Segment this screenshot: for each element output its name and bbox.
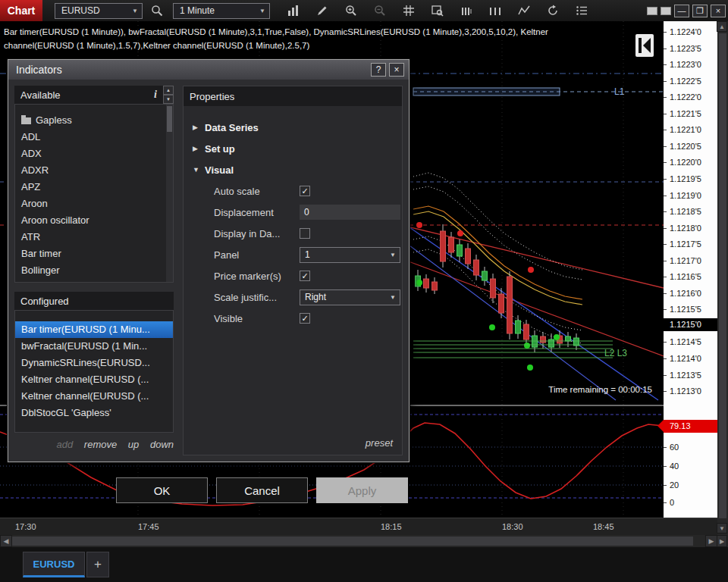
zoom-out-icon[interactable] [373, 4, 387, 17]
configured-item[interactable]: DynamicSRLines(EURUSD... [15, 355, 173, 371]
dropdown-select[interactable]: Right▼ [300, 289, 400, 305]
price-scale-label: 1.1222'0 [664, 92, 717, 102]
dialog-close-button[interactable]: × [389, 63, 404, 77]
zoom-in-icon[interactable] [344, 4, 358, 17]
properties-panel: Properties ▶Data Series▶Set up▼VisualAut… [183, 86, 403, 455]
help-button[interactable]: ? [371, 63, 386, 77]
price-scale-label: 1.1223'0 [664, 59, 717, 70]
dropdown-select[interactable]: 1▼ [300, 247, 400, 263]
toolbar-icons [287, 4, 588, 17]
available-item[interactable]: Gapless [15, 112, 173, 129]
scroll-down-icon[interactable]: ▼ [717, 523, 727, 534]
apply-button[interactable]: Apply [316, 477, 408, 503]
available-list-scrollbar[interactable] [166, 105, 173, 282]
maximize-button[interactable]: ❐ [692, 5, 708, 17]
price-scale[interactable]: 1.1224'01.1223'51.1223'01.1222'51.1222'0… [664, 21, 717, 518]
info-icon[interactable]: i [154, 89, 157, 101]
scroll-up-icon[interactable]: ▲ [717, 21, 727, 32]
configured-item[interactable]: DblStocGL 'Gapless' [15, 405, 173, 421]
property-group-visual[interactable]: ▼Visual [184, 159, 402, 180]
vertical-scroll-thumb[interactable] [719, 33, 726, 518]
search-icon[interactable] [150, 4, 164, 17]
list-icon[interactable] [575, 4, 588, 17]
spinner-up-icon[interactable]: ▲ [163, 86, 174, 95]
checkbox-checked[interactable]: ✓ [300, 313, 310, 324]
cancel-button[interactable]: Cancel [216, 477, 308, 503]
dialog-title-bar[interactable]: Indicators ? × [8, 60, 409, 80]
available-item-label: ADXR [21, 162, 49, 179]
property-row: Panel1▼ [184, 244, 402, 265]
close-button[interactable]: × [711, 5, 726, 17]
horizontal-scroll-thumb[interactable] [12, 537, 693, 546]
jump-to-start-icon[interactable] [635, 34, 654, 60]
down-link[interactable]: down [150, 439, 174, 450]
vertical-scrollbar[interactable]: ▲ ▼ ▶ [717, 21, 728, 547]
workspace-icon[interactable] [661, 7, 671, 15]
available-item[interactable]: Bollinger [15, 262, 173, 279]
available-item[interactable]: APZ [15, 179, 173, 196]
pencil-icon[interactable] [315, 4, 329, 17]
refresh-icon[interactable] [546, 4, 560, 17]
available-list-scroll-thumb[interactable] [167, 106, 172, 132]
scroll-left-icon[interactable]: ◀ [0, 535, 12, 547]
indicator-summary: Bar timer(EURUSD (1 Minute)), bwFractal(… [4, 25, 641, 52]
tab-eurusd[interactable]: EURUSD [23, 552, 85, 577]
add-tab-button[interactable]: + [86, 552, 109, 577]
chart-inspect-icon[interactable] [431, 4, 444, 17]
time-axis-label: 17:45 [138, 522, 159, 531]
remove-link[interactable]: remove [84, 439, 117, 450]
available-item[interactable]: Aroon oscillator [15, 212, 173, 229]
instrument-selector[interactable]: EURUSD ▼ [55, 3, 143, 19]
price-scale-label: 1.1217'0 [664, 255, 717, 266]
available-item-label: Bar timer [21, 246, 61, 262]
available-item[interactable]: ADXR [15, 162, 173, 179]
window-controls: — ❐ × [647, 5, 728, 17]
interval-selector[interactable]: 1 Minute ▼ [173, 3, 270, 19]
minimize-button[interactable]: — [674, 5, 689, 17]
text-input[interactable]: 0 [300, 205, 400, 220]
configured-item[interactable]: bwFractal(EURUSD (1 Min... [15, 338, 173, 355]
property-row: Auto scale✓ [184, 180, 402, 202]
bar-spacing-increase-icon[interactable] [488, 4, 502, 17]
preset-link[interactable]: preset [366, 437, 393, 449]
ok-button[interactable]: OK [116, 477, 208, 503]
time-axis[interactable]: 17:3017:4518:1518:3018:45 [0, 518, 717, 535]
level-label-l1: L1 [614, 86, 625, 97]
checkbox-checked[interactable]: ✓ [300, 186, 310, 196]
property-label: Scale justific... [214, 292, 300, 303]
configured-item[interactable]: Keltner channel(EURUSD (... [15, 371, 173, 388]
add-link[interactable]: add [57, 439, 74, 450]
property-group-set-up[interactable]: ▶Set up [184, 138, 402, 159]
chart-tab-bar: EURUSD + [0, 547, 728, 582]
available-item[interactable]: ADX [15, 146, 173, 162]
workspace-icon[interactable] [647, 7, 657, 15]
available-item[interactable]: Bar timer [15, 246, 173, 262]
indicator-summary-line2: channel(EURUSD (1 Minute),1.5,7),Keltner… [4, 39, 641, 52]
configured-item[interactable]: Keltner channel(EURUSD (... [15, 388, 173, 405]
scroll-right-icon[interactable]: ▶ [705, 535, 717, 547]
time-remaining-label: Time remaining = 00:00:15 [548, 385, 652, 394]
up-link[interactable]: up [128, 439, 139, 450]
available-item[interactable]: Aroon [15, 196, 173, 212]
available-item[interactable]: ADL [15, 129, 173, 146]
checkbox-checked[interactable]: ✓ [300, 271, 310, 281]
horizontal-scrollbar[interactable]: ◀ ▶ [0, 535, 717, 547]
toolbar: Chart EURUSD ▼ 1 Minute ▼ [0, 0, 728, 21]
bar-chart-icon[interactable] [287, 4, 300, 17]
checkbox-unchecked[interactable] [300, 228, 310, 239]
grid-icon[interactable] [402, 4, 416, 17]
available-item-label: ADL [21, 129, 40, 146]
configured-item[interactable]: Bar timer(EURUSD (1 Minu... [15, 321, 173, 338]
configured-indicators-list[interactable]: Bar timer(EURUSD (1 Minu...bwFractal(EUR… [14, 310, 174, 433]
bar-spacing-decrease-icon[interactable] [460, 4, 473, 17]
available-item[interactable]: ATR [15, 229, 173, 246]
property-group-data-series[interactable]: ▶Data Series [184, 117, 402, 138]
zigzag-icon[interactable] [517, 4, 531, 17]
property-group-label: Data Series [205, 122, 259, 133]
available-item-label: Bollinger [21, 262, 60, 279]
current-price-badge: 1.1215'0 [664, 318, 717, 331]
spinner-down-icon[interactable]: ▼ [163, 95, 174, 104]
time-axis-label: 18:30 [502, 522, 523, 531]
available-indicators-list[interactable]: GaplessADLADXADXRAPZAroonAroon oscillato… [14, 104, 174, 283]
scroll-corner-icon[interactable]: ▶ [717, 535, 727, 547]
